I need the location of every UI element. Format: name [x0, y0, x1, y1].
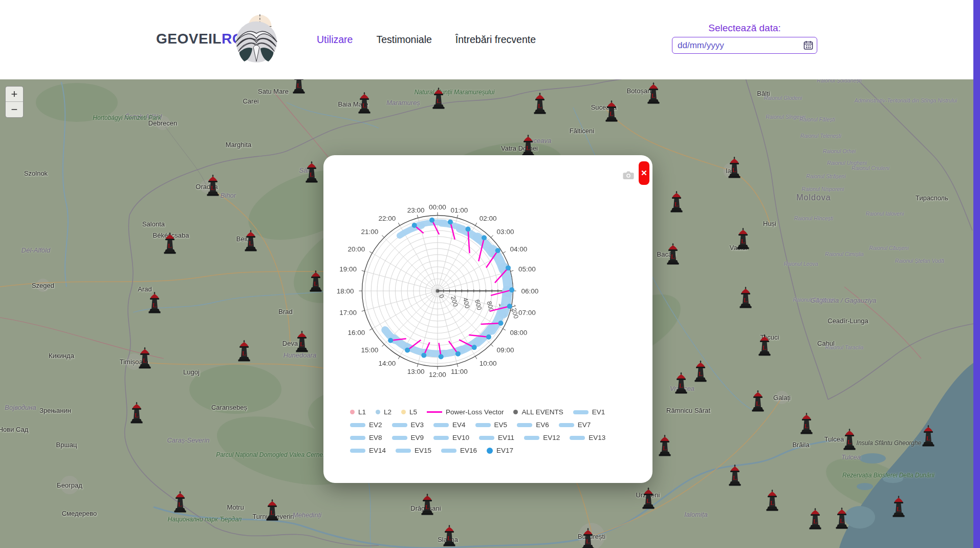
lighthouse-marker[interactable]: L — [581, 528, 595, 548]
lighthouse-marker[interactable]: L — [835, 508, 848, 529]
calendar-icon[interactable] — [803, 40, 813, 50]
legend-item-ev8[interactable]: EV8 — [350, 434, 382, 441]
lighthouse-marker[interactable]: L — [432, 88, 445, 109]
camera-icon[interactable] — [622, 171, 635, 181]
legend-item-all-events[interactable]: ALL EVENTS — [513, 408, 563, 416]
legend-item-ev10[interactable]: EV10 — [433, 434, 469, 441]
lighthouse-icon: L — [533, 93, 547, 114]
legend-label: L1 — [358, 408, 366, 416]
lighthouse-marker[interactable]: L — [922, 425, 935, 447]
brand[interactable]: GEOVEILRO — [156, 31, 244, 47]
legend-swatch — [559, 423, 574, 427]
svg-text:L: L — [538, 102, 542, 110]
lighthouse-marker[interactable]: L — [892, 496, 905, 517]
zoom-in-button[interactable]: + — [6, 87, 23, 102]
lighthouse-icon: L — [206, 175, 220, 196]
lighthouse-marker[interactable]: L — [148, 292, 161, 313]
lighthouse-marker[interactable]: L — [843, 429, 856, 450]
legend-label: EV15 — [415, 447, 431, 454]
lighthouse-marker[interactable]: L — [206, 175, 220, 196]
lighthouse-marker[interactable]: L — [736, 228, 750, 249]
legend-item-ev16[interactable]: EV16 — [441, 447, 477, 454]
main-nav: Utilizare Testimoniale Întrebări frecven… — [317, 0, 536, 79]
svg-text:15:00: 15:00 — [361, 346, 379, 354]
legend-item-ev13[interactable]: EV13 — [570, 434, 605, 441]
legend-swatch — [350, 449, 365, 453]
lighthouse-icon: L — [295, 331, 309, 352]
lighthouse-icon: L — [809, 508, 822, 530]
lighthouse-marker[interactable]: L — [138, 347, 151, 369]
legend-label: EV16 — [460, 447, 477, 454]
legend-item-ev4[interactable]: EV4 — [433, 421, 466, 429]
close-button[interactable]: ✕ — [639, 161, 649, 185]
scrollbar[interactable] — [973, 0, 980, 548]
legend-item-ev14[interactable]: EV14 — [350, 447, 386, 454]
lighthouse-marker[interactable]: L — [173, 491, 187, 513]
svg-text:L: L — [671, 253, 675, 260]
legend-item-ev15[interactable]: EV15 — [396, 447, 431, 454]
lighthouse-marker[interactable]: L — [694, 361, 707, 382]
lighthouse-marker[interactable]: L — [809, 508, 822, 530]
lighthouse-marker[interactable]: L — [739, 287, 752, 308]
lighthouse-marker[interactable]: L — [642, 488, 655, 509]
legend-swatch — [392, 436, 407, 440]
lighthouse-marker[interactable]: L — [751, 390, 765, 412]
lighthouse-marker[interactable]: L — [163, 233, 177, 254]
svg-text:L: L — [168, 242, 172, 249]
legend-swatch — [487, 448, 493, 454]
legend-swatch — [441, 449, 456, 453]
lighthouse-marker[interactable]: L — [295, 331, 309, 352]
legend-swatch — [433, 423, 449, 427]
lighthouse-marker[interactable]: L — [443, 525, 456, 546]
lighthouse-icon: L — [728, 465, 742, 486]
legend-item-l2[interactable]: L2 — [376, 408, 391, 416]
lighthouse-marker[interactable]: L — [674, 372, 688, 394]
nav-item-utilizare[interactable]: Utilizare — [317, 34, 353, 46]
lighthouse-marker[interactable]: L — [305, 161, 318, 183]
lighthouse-marker[interactable]: L — [421, 494, 434, 515]
lighthouse-marker[interactable]: L — [800, 413, 813, 434]
legend-item-ev1[interactable]: EV1 — [573, 408, 605, 416]
nav-item-intrebari-frecvente[interactable]: Întrebări frecvente — [455, 34, 536, 46]
legend-item-ev17[interactable]: EV17 — [487, 447, 513, 454]
legend-item-l1[interactable]: L1 — [350, 408, 366, 416]
lighthouse-marker[interactable]: L — [309, 270, 322, 292]
legend-item-ev3[interactable]: EV3 — [392, 421, 424, 429]
lighthouse-marker[interactable]: L — [658, 435, 671, 456]
legend-item-ev11[interactable]: EV11 — [479, 434, 514, 441]
legend-label: EV4 — [452, 421, 466, 429]
lighthouse-marker[interactable]: L — [533, 93, 547, 114]
lighthouse-marker[interactable]: L — [766, 490, 779, 511]
legend-item-power-loss-vector[interactable]: Power-Loss Vector — [427, 408, 504, 416]
legend-item-ev12[interactable]: EV12 — [524, 434, 560, 441]
legend-item-ev5[interactable]: EV5 — [475, 421, 508, 429]
lighthouse-marker[interactable]: L — [605, 100, 618, 122]
svg-text:22:00: 22:00 — [378, 215, 396, 222]
nav-item-testimoniale[interactable]: Testimoniale — [376, 34, 431, 46]
lighthouse-marker[interactable]: L — [521, 135, 535, 156]
lighthouse-icon: L — [642, 488, 655, 509]
lighthouse-marker[interactable]: L — [244, 230, 257, 251]
svg-text:L: L — [143, 357, 147, 364]
lighthouse-icon: L — [605, 100, 618, 122]
svg-text:14:00: 14:00 — [378, 360, 396, 367]
legend-swatch — [392, 423, 407, 427]
lighthouse-marker[interactable]: L — [266, 499, 279, 521]
legend-item-ev2[interactable]: EV2 — [350, 421, 382, 429]
lighthouse-marker[interactable]: L — [728, 465, 742, 486]
chart-legend: L1L2L5Power-Loss VectorALL EVENTSEV1EV2E… — [350, 408, 630, 454]
lighthouse-marker[interactable]: L — [130, 402, 143, 424]
lighthouse-marker[interactable]: L — [647, 82, 660, 104]
lighthouse-marker[interactable]: L — [237, 340, 251, 362]
legend-item-ev7[interactable]: EV7 — [559, 421, 591, 429]
lighthouse-marker[interactable]: L — [670, 191, 683, 213]
lighthouse-marker[interactable]: L — [358, 92, 371, 114]
lighthouse-marker[interactable]: L — [728, 157, 741, 178]
legend-item-ev6[interactable]: EV6 — [517, 421, 549, 429]
lighthouse-marker[interactable]: L — [666, 243, 680, 265]
lighthouse-marker[interactable]: L — [758, 334, 771, 356]
legend-item-l5[interactable]: L5 — [401, 408, 417, 416]
legend-item-ev9[interactable]: EV9 — [392, 434, 424, 441]
zoom-out-button[interactable]: − — [6, 102, 23, 117]
date-input[interactable] — [672, 37, 817, 54]
